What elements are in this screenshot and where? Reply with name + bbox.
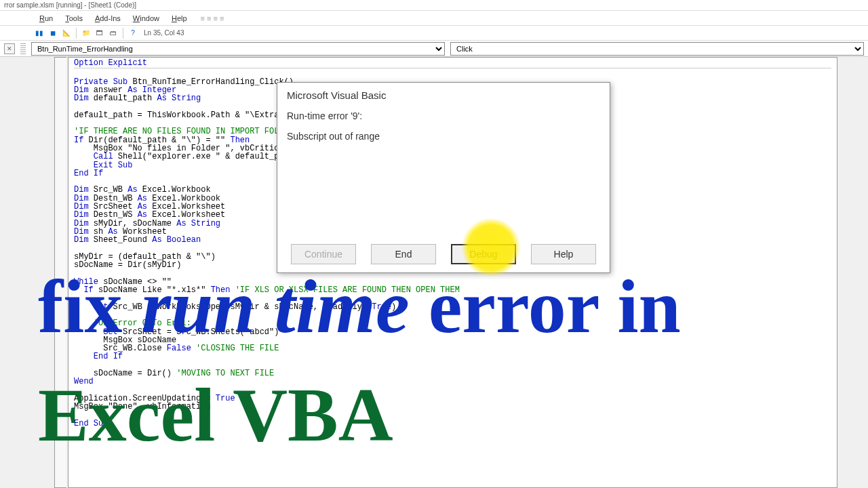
grip-icon bbox=[20, 43, 26, 54]
error-dialog: Microsoft Visual Basic Run-time error '9… bbox=[277, 82, 610, 273]
dialog-body: Run-time error '9': Subscript out of ran… bbox=[277, 105, 610, 192]
title-bar: rror sample.xlsm [running] - [Sheet1 (Co… bbox=[0, 0, 868, 11]
separator bbox=[76, 28, 77, 39]
debug-button[interactable]: Debug bbox=[451, 244, 516, 264]
help-button[interactable]: Help bbox=[531, 244, 596, 264]
menu-window[interactable]: Window bbox=[127, 13, 165, 24]
procedure-dropdown[interactable]: Click bbox=[450, 42, 864, 56]
code-margin bbox=[54, 57, 66, 488]
menu-tools[interactable]: Tools bbox=[60, 13, 88, 24]
object-proc-bar: ✕ Btn_RunTime_ErrorHandling Click bbox=[0, 41, 868, 57]
design-icon[interactable]: 📐 bbox=[61, 28, 72, 39]
end-button[interactable]: End bbox=[371, 244, 436, 264]
object-browser-icon[interactable]: 🗃 bbox=[108, 28, 119, 39]
stop-icon[interactable]: ◼ bbox=[47, 28, 58, 39]
separator bbox=[123, 28, 123, 39]
close-icon[interactable]: ✕ bbox=[4, 43, 15, 54]
indent-icons: ≡ ≡ ≡ ≡ bbox=[201, 14, 224, 22]
menu-bar: Run Tools Add-Ins Window Help ≡ ≡ ≡ ≡ bbox=[0, 11, 868, 26]
project-icon[interactable]: 📁 bbox=[81, 28, 92, 39]
break-icon[interactable]: ▮▮ bbox=[34, 28, 45, 39]
dialog-button-row: Continue End Debug Help bbox=[277, 244, 610, 264]
properties-icon[interactable]: 🗔 bbox=[94, 28, 105, 39]
dialog-title: Microsoft Visual Basic bbox=[277, 83, 610, 105]
menu-addins[interactable]: Add-Ins bbox=[90, 13, 126, 24]
help-icon[interactable]: ? bbox=[127, 28, 138, 39]
error-message: Subscript out of range bbox=[287, 131, 600, 142]
menu-help[interactable]: Help bbox=[166, 13, 193, 24]
object-dropdown[interactable]: Btn_RunTime_ErrorHandling bbox=[31, 42, 445, 56]
menu-run[interactable]: Run bbox=[34, 13, 58, 24]
toolbar: ▮▮ ◼ 📐 📁 🗔 🗃 ? Ln 35, Col 43 bbox=[0, 26, 868, 41]
cursor-position: Ln 35, Col 43 bbox=[144, 29, 184, 37]
continue-button: Continue bbox=[291, 244, 356, 264]
error-header: Run-time error '9': bbox=[287, 110, 600, 121]
window-title: rror sample.xlsm [running] - [Sheet1 (Co… bbox=[4, 1, 136, 9]
